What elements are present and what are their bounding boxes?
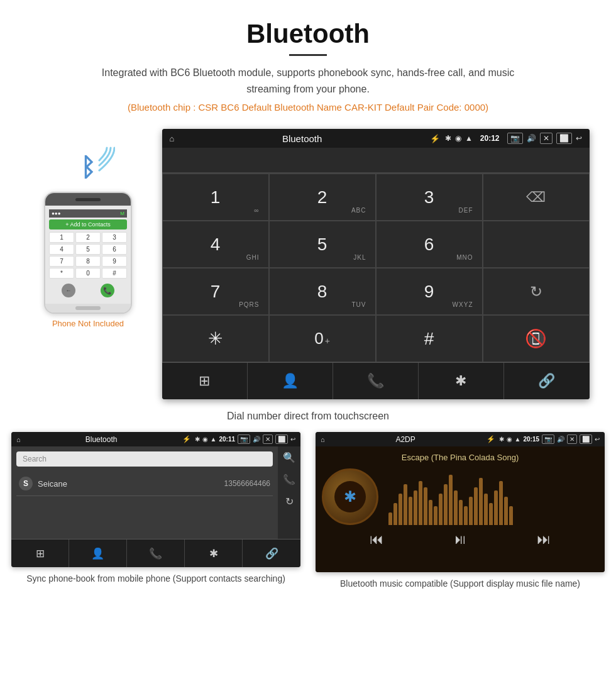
dial-key-2[interactable]: 2 ABC bbox=[269, 174, 376, 221]
dial-key-6[interactable]: 6 MNO bbox=[376, 221, 483, 268]
dial-call-end-btn[interactable]: 📵 bbox=[483, 315, 590, 362]
pb-usb-icon: ⚡ bbox=[182, 435, 191, 443]
prev-track-btn[interactable]: ⏮ bbox=[370, 531, 383, 548]
phone-key-1: 1 bbox=[49, 232, 74, 243]
dial-key-9[interactable]: 9 WXYZ bbox=[376, 268, 483, 315]
dialpad-grid: 1 ∞ 2 ABC 3 DEF ⌫ 4 GHI 5 JKL bbox=[162, 173, 590, 362]
viz-bar bbox=[419, 481, 422, 525]
viz-bar bbox=[393, 503, 397, 525]
side-search-icon[interactable]: 🔍 bbox=[283, 451, 295, 463]
mu-status-icons: ✱ ◉ ▲ 20:15 📷 🔊 ✕ ⬜ ↩ bbox=[499, 434, 600, 444]
mu-vol-icon[interactable]: 🔊 bbox=[557, 436, 564, 443]
pb-nav-grid[interactable]: ⊞ bbox=[11, 539, 69, 567]
camera-icon[interactable]: 📷 bbox=[507, 133, 523, 144]
nav-person-btn[interactable]: 👤 bbox=[248, 363, 333, 399]
page-specs: (Bluetooth chip : CSR BC6 Default Blueto… bbox=[13, 102, 603, 113]
dial-key-4[interactable]: 4 GHI bbox=[162, 221, 269, 268]
add-contacts-button[interactable]: + Add to Contacts bbox=[49, 219, 127, 230]
signal-icon: ▲ bbox=[465, 134, 473, 143]
viz-bar bbox=[479, 478, 483, 525]
dial-key-5[interactable]: 5 JKL bbox=[269, 221, 376, 268]
pb-screen-title: Bluetooth bbox=[25, 435, 179, 444]
phone-home-button bbox=[75, 306, 101, 310]
viz-bar bbox=[469, 497, 473, 525]
dial-reload-btn[interactable]: ↻ bbox=[483, 268, 590, 315]
viz-bar bbox=[489, 503, 493, 525]
car-dial-screen: ⌂ Bluetooth ⚡ ✱ ◉ ▲ 20:12 📷 🔊 ✕ ⬜ ↩ 1 bbox=[162, 129, 590, 399]
contact-row[interactable]: S Seicane 13566664466 bbox=[16, 472, 273, 496]
next-track-btn[interactable]: ⏭ bbox=[537, 531, 551, 548]
dial-key-star[interactable]: ✳ bbox=[162, 315, 269, 362]
pb-nav-link[interactable]: 🔗 bbox=[243, 539, 300, 567]
pb-nav-bluetooth[interactable]: ✱ bbox=[185, 539, 243, 567]
pb-nav-person[interactable]: 👤 bbox=[69, 539, 127, 567]
side-reload-icon[interactable]: ↻ bbox=[285, 495, 294, 507]
music-screenshot-item: ⌂ A2DP ⚡ ✱ ◉ ▲ 20:15 📷 🔊 ✕ ⬜ ↩ Escape (T… bbox=[316, 432, 605, 590]
phone-dialpad: 1 2 3 4 5 6 7 8 9 * 0 # bbox=[49, 232, 127, 279]
dial-key-3[interactable]: 3 DEF bbox=[376, 174, 483, 221]
bluetooth-status-icon: ✱ bbox=[445, 134, 451, 143]
pb-sig-icon: ▲ bbox=[211, 436, 217, 443]
phonebook-side-icons: 🔍 📞 ↻ bbox=[278, 446, 300, 539]
contact-number: 13566664466 bbox=[224, 479, 270, 488]
phone-key-9: 9 bbox=[102, 256, 127, 267]
music-caption: Bluetooth music compatible (Support disp… bbox=[340, 577, 580, 590]
phone-key-4: 4 bbox=[49, 244, 74, 255]
search-placeholder: Search bbox=[23, 455, 47, 463]
pb-vol-icon[interactable]: 🔊 bbox=[253, 436, 260, 443]
music-screen: ⌂ A2DP ⚡ ✱ ◉ ▲ 20:15 📷 🔊 ✕ ⬜ ↩ Escape (T… bbox=[316, 432, 605, 572]
dial-key-hash[interactable]: # bbox=[376, 315, 483, 362]
pb-cam-icon[interactable]: 📷 bbox=[238, 434, 250, 444]
pb-nav-phone[interactable]: 📞 bbox=[127, 539, 185, 567]
phonebook-content: Search S Seicane 13566664466 bbox=[11, 446, 278, 501]
pb-back-icon[interactable]: ↩ bbox=[290, 436, 295, 443]
pb-time: 20:11 bbox=[219, 436, 235, 443]
mu-cam-icon[interactable]: 📷 bbox=[542, 434, 554, 444]
music-controls: ⏮ ⏯ ⏭ bbox=[322, 525, 598, 550]
close-icon[interactable]: ✕ bbox=[540, 133, 553, 144]
mu-usb-icon: ⚡ bbox=[487, 435, 495, 443]
pb-home-icon[interactable]: ⌂ bbox=[16, 436, 21, 443]
side-phone-icon[interactable]: 📞 bbox=[283, 473, 295, 485]
status-time: 20:12 bbox=[480, 134, 500, 143]
mu-home-icon[interactable]: ⌂ bbox=[321, 436, 325, 443]
phone-side: ᛒ ●●●M + Add to Contacts 1 2 3 4 5 6 7 bbox=[27, 129, 150, 328]
viz-bar bbox=[439, 494, 443, 525]
usb-icon: ⚡ bbox=[430, 134, 440, 143]
mu-close-icon[interactable]: ✕ bbox=[567, 434, 577, 444]
music-album-inner: ✱ bbox=[334, 481, 366, 512]
nav-link-btn[interactable]: 🔗 bbox=[504, 363, 590, 399]
main-section: ᛒ ●●●M + Add to Contacts 1 2 3 4 5 6 7 bbox=[0, 129, 616, 399]
nav-grid-btn[interactable]: ⊞ bbox=[162, 363, 248, 399]
nav-phone-btn[interactable]: 📞 bbox=[333, 363, 419, 399]
dial-key-7[interactable]: 7 PQRS bbox=[162, 268, 269, 315]
contact-letter: S bbox=[19, 477, 33, 490]
window-icon[interactable]: ⬜ bbox=[556, 133, 572, 144]
phone-home-bar bbox=[45, 304, 131, 313]
mu-screen-title: A2DP bbox=[329, 435, 483, 444]
home-icon[interactable]: ⌂ bbox=[170, 134, 175, 143]
phone-key-3: 3 bbox=[102, 232, 127, 243]
svg-text:ᛒ: ᛒ bbox=[80, 153, 96, 181]
page-title: Bluetooth bbox=[13, 19, 603, 49]
dial-key-1[interactable]: 1 ∞ bbox=[162, 174, 269, 221]
mu-back-icon[interactable]: ↩ bbox=[595, 436, 600, 443]
back-icon[interactable]: ↩ bbox=[576, 134, 582, 143]
viz-bar bbox=[474, 487, 478, 525]
dial-cell-backspace[interactable]: ⌫ bbox=[483, 174, 590, 221]
viz-bar bbox=[464, 506, 468, 525]
dial-key-8[interactable]: 8 TUV bbox=[269, 268, 376, 315]
nav-bluetooth-btn[interactable]: ✱ bbox=[419, 363, 504, 399]
location-icon: ◉ bbox=[455, 134, 461, 143]
dial-key-0[interactable]: 0+ bbox=[269, 315, 376, 362]
status-icons: ✱ ◉ ▲ 20:12 📷 🔊 ✕ ⬜ ↩ bbox=[445, 133, 582, 144]
phonebook-search-bar[interactable]: Search bbox=[16, 451, 273, 467]
volume-icon[interactable]: 🔊 bbox=[527, 134, 536, 143]
pb-win-icon[interactable]: ⬜ bbox=[275, 434, 288, 444]
music-visualizer bbox=[388, 468, 598, 525]
mu-win-icon[interactable]: ⬜ bbox=[580, 434, 592, 444]
pb-close-icon[interactable]: ✕ bbox=[263, 434, 273, 444]
phone-screen: ●●●M + Add to Contacts 1 2 3 4 5 6 7 8 9… bbox=[45, 206, 131, 304]
viz-bar bbox=[424, 487, 427, 525]
play-pause-btn[interactable]: ⏯ bbox=[453, 531, 467, 548]
